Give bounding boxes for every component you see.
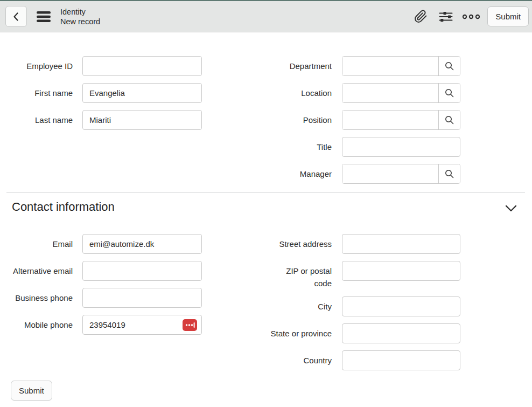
employee-id-label: Employee ID — [0, 56, 73, 72]
sliders-icon — [439, 10, 453, 23]
page-title: Identity — [60, 7, 100, 17]
identity-fields-left-column: Employee ID First name Last name — [0, 56, 202, 137]
hamburger-menu-icon — [37, 11, 51, 23]
employee-id-row: Employee ID — [0, 56, 202, 83]
zip-input[interactable] — [342, 261, 460, 281]
chevron-down-icon — [503, 201, 519, 215]
form-header: Identity New record — [0, 0, 532, 32]
email-label: Email — [0, 234, 73, 250]
city-label: City — [259, 296, 332, 313]
search-icon — [444, 88, 454, 98]
location-row: Location — [259, 83, 461, 110]
title-label: Title — [259, 137, 332, 153]
page-subtitle: New record — [60, 17, 100, 26]
email-row: Email — [0, 234, 202, 261]
personalize-form-button[interactable] — [437, 8, 455, 26]
position-label: Position — [259, 110, 332, 126]
contact-fields-left-column: Email Alternative email Business phone M… — [0, 234, 202, 342]
manager-lookup-button[interactable] — [438, 164, 460, 183]
back-button[interactable] — [5, 6, 27, 27]
alternative-email-label: Alternative email — [0, 261, 73, 277]
zip-row: ZIP or postal code — [259, 261, 461, 296]
title-row: Title — [259, 137, 461, 164]
record-title-block: Identity New record — [60, 7, 100, 26]
identity-fields-right-column: Department Location — [259, 56, 461, 191]
contact-fields-right-column: Street address ZIP or postal code City S… — [259, 234, 461, 377]
mobile-phone-label: Mobile phone — [0, 315, 73, 331]
city-input[interactable] — [342, 296, 460, 316]
last-name-input[interactable] — [82, 110, 202, 130]
country-input[interactable] — [342, 350, 460, 370]
menu-button[interactable] — [34, 8, 53, 26]
country-label: Country — [259, 350, 332, 367]
state-label: State or province — [259, 323, 332, 340]
identity-new-record-page: Identity New record — [0, 0, 532, 407]
section-divider — [6, 192, 525, 193]
department-label: Department — [259, 56, 332, 72]
street-address-row: Street address — [259, 234, 461, 261]
manager-label: Manager — [259, 164, 332, 180]
first-name-row: First name — [0, 83, 202, 110]
header-actions: Submit — [411, 6, 532, 26]
position-row: Position — [259, 110, 461, 137]
contact-section-collapse-button[interactable] — [502, 199, 520, 217]
department-row: Department — [259, 56, 461, 83]
location-input[interactable] — [342, 84, 438, 102]
email-input[interactable] — [82, 234, 202, 254]
alternative-email-row: Alternative email — [0, 261, 202, 288]
search-icon — [444, 115, 454, 125]
search-icon — [444, 61, 454, 71]
state-row: State or province — [259, 323, 461, 350]
last-name-label: Last name — [0, 110, 73, 126]
manager-input[interactable] — [342, 164, 438, 183]
manager-row: Manager — [259, 164, 461, 191]
position-input[interactable] — [342, 111, 438, 129]
position-lookup-button[interactable] — [438, 111, 460, 129]
business-phone-label: Business phone — [0, 288, 73, 304]
first-name-input[interactable] — [82, 83, 202, 103]
employee-id-input[interactable] — [82, 56, 202, 76]
submit-button-header[interactable]: Submit — [487, 6, 529, 26]
state-input[interactable] — [342, 323, 460, 343]
country-row: Country — [259, 350, 461, 377]
mobile-phone-row: Mobile phone — [0, 315, 202, 342]
location-lookup-button[interactable] — [438, 84, 460, 102]
street-address-label: Street address — [259, 234, 332, 250]
more-options-button[interactable] — [462, 8, 480, 26]
business-phone-row: Business phone — [0, 288, 202, 315]
first-name-label: First name — [0, 83, 73, 99]
chevron-left-icon — [10, 10, 23, 23]
department-input[interactable] — [342, 57, 438, 75]
zip-label: ZIP or postal code — [259, 261, 332, 289]
paperclip-icon — [414, 10, 428, 23]
submit-button-footer[interactable]: Submit — [11, 381, 52, 401]
header-left: Identity New record — [0, 6, 100, 27]
search-icon — [444, 169, 454, 179]
title-input[interactable] — [342, 137, 460, 157]
attachment-button[interactable] — [411, 8, 430, 26]
phone-format-flag-icon[interactable] — [183, 319, 197, 331]
business-phone-input[interactable] — [82, 288, 202, 308]
location-label: Location — [259, 83, 332, 99]
street-address-input[interactable] — [342, 234, 460, 254]
last-name-row: Last name — [0, 110, 202, 137]
department-lookup-button[interactable] — [438, 57, 460, 75]
alternative-email-input[interactable] — [82, 261, 202, 281]
contact-section-title: Contact information — [12, 200, 115, 214]
more-options-icon — [462, 13, 480, 20]
city-row: City — [259, 296, 461, 323]
